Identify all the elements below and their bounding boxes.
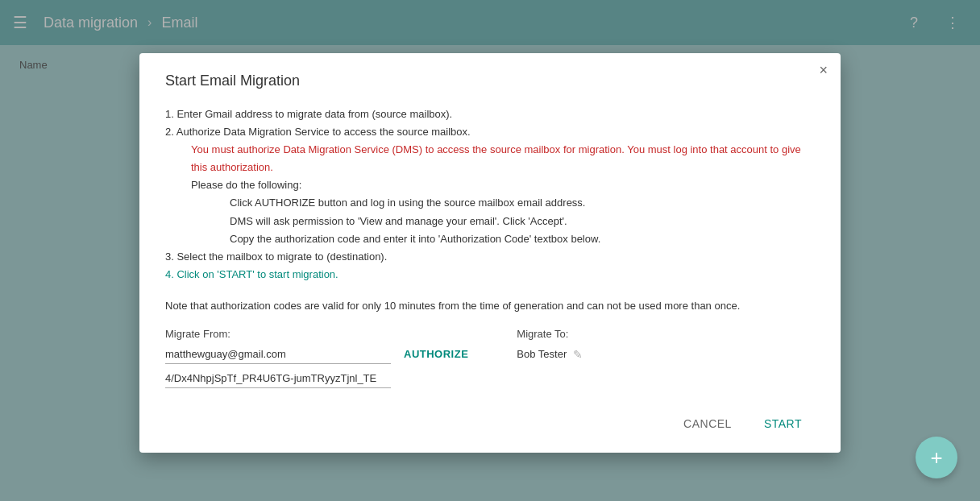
step4-text: 4. Click on 'START' to start migration. <box>165 266 815 284</box>
fab-button[interactable]: + <box>916 437 957 478</box>
email-row: AUTHORIZE <box>165 345 468 364</box>
step2-please: Please do the following: <box>191 176 815 194</box>
email-input[interactable] <box>165 345 391 364</box>
step2-detail: You must authorize Data Migration Servic… <box>191 141 815 176</box>
edit-icon[interactable]: ✎ <box>573 348 583 361</box>
dialog-actions: CANCEL START <box>165 404 815 437</box>
step2-bullet3: Copy the authorization code and enter it… <box>230 230 815 248</box>
cancel-button[interactable]: CANCEL <box>671 411 745 437</box>
form-section: Migrate From: AUTHORIZE Migrate To: Bob … <box>165 328 815 388</box>
migrate-to-label: Migrate To: <box>517 328 583 340</box>
modal-overlay: × Start Email Migration 1. Enter Gmail a… <box>0 0 980 501</box>
step2-bullet1: Click AUTHORIZE button and log in using … <box>230 194 815 212</box>
start-button[interactable]: START <box>751 411 815 437</box>
instructions-section: 1. Enter Gmail address to migrate data f… <box>165 106 815 284</box>
migrate-to-name: Bob Tester ✎ <box>517 348 583 361</box>
migrate-to-col: Migrate To: Bob Tester ✎ <box>517 328 583 361</box>
step2-detail-text: You must authorize Data Migration Servic… <box>191 143 801 173</box>
note-text: Note that authorization codes are valid … <box>165 300 815 312</box>
step2-bullet2: DMS will ask permission to 'View and man… <box>230 213 815 230</box>
start-email-migration-dialog: × Start Email Migration 1. Enter Gmail a… <box>139 53 841 453</box>
step1-text: 1. Enter Gmail address to migrate data f… <box>165 106 815 123</box>
migrate-from-col: Migrate From: AUTHORIZE <box>165 328 468 388</box>
auth-code-input[interactable] <box>165 369 391 388</box>
close-button[interactable]: × <box>819 63 828 77</box>
dialog-title: Start Email Migration <box>165 72 815 89</box>
step3-text: 3. Select the mailbox to migrate to (des… <box>165 248 815 266</box>
step2-text: 2. Authorize Data Migration Service to a… <box>165 123 815 141</box>
authorize-button[interactable]: AUTHORIZE <box>404 345 468 363</box>
migrate-to-name-text: Bob Tester <box>517 348 567 360</box>
fab-icon: + <box>930 445 942 470</box>
migrate-from-label: Migrate From: <box>165 328 468 340</box>
